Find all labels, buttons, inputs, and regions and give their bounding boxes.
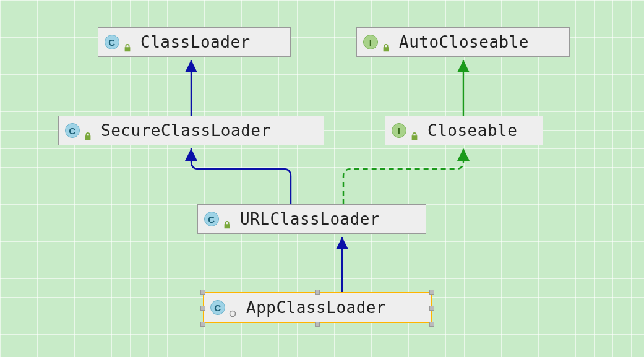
edge-url-to-closeable: [343, 148, 463, 204]
node-secureclassloader[interactable]: C SecureClassLoader: [58, 116, 324, 145]
class-icon: C: [210, 300, 225, 315]
lock-icon: [410, 126, 420, 135]
selection-handle[interactable]: [200, 290, 205, 295]
node-label: ClassLoader: [140, 33, 251, 51]
interface-icon: I: [392, 123, 406, 138]
selection-handle[interactable]: [429, 290, 434, 295]
selection-handle[interactable]: [429, 306, 434, 311]
svg-point-0: [230, 311, 236, 317]
selection-handle[interactable]: [315, 290, 320, 295]
class-icon: C: [204, 212, 219, 226]
selection-handle[interactable]: [429, 322, 434, 327]
node-autocloseable[interactable]: I AutoCloseable: [356, 27, 570, 57]
edge-url-to-secure: [191, 148, 291, 204]
node-classloader[interactable]: C ClassLoader: [98, 27, 291, 57]
node-label: SecureClassLoader: [101, 121, 271, 140]
node-closeable[interactable]: I Closeable: [385, 116, 543, 145]
node-urlclassloader[interactable]: C URLClassLoader: [197, 204, 426, 234]
selection-handle[interactable]: [315, 322, 320, 327]
lock-icon: [382, 37, 392, 47]
selection-handle[interactable]: [200, 322, 205, 327]
package-private-icon: [229, 303, 239, 312]
node-appclassloader[interactable]: C AppClassLoader: [203, 292, 432, 323]
selection-handle[interactable]: [200, 306, 205, 311]
lock-icon: [123, 37, 133, 47]
class-icon: C: [65, 123, 80, 138]
lock-icon: [223, 214, 233, 224]
node-label: AutoCloseable: [399, 33, 529, 51]
node-label: Closeable: [427, 121, 517, 140]
class-icon: C: [105, 35, 119, 49]
interface-icon: I: [363, 35, 378, 49]
diagram-canvas[interactable]: C ClassLoader I AutoCloseable C SecureCl…: [0, 0, 644, 357]
node-label: URLClassLoader: [240, 210, 380, 228]
node-label: AppClassLoader: [246, 298, 386, 317]
lock-icon: [84, 126, 93, 135]
